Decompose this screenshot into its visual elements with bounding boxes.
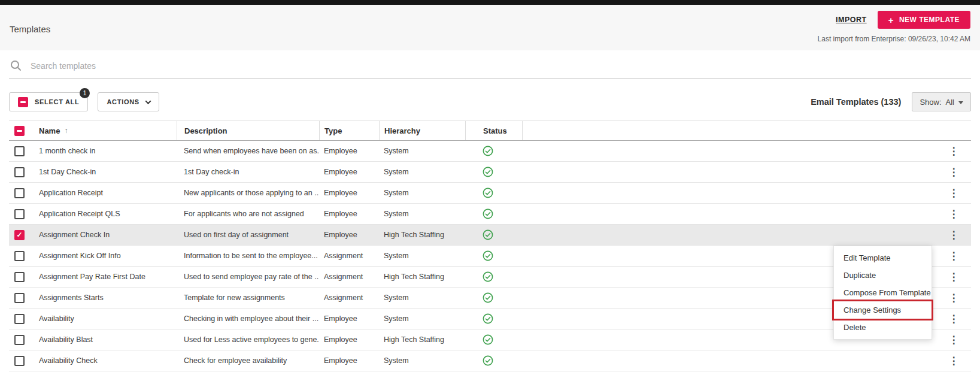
row-description: Check for employee availability: [177, 350, 319, 371]
menu-item-change-settings[interactable]: Change Settings: [834, 301, 932, 319]
column-header-description[interactable]: Description: [177, 121, 319, 140]
header-select-checkbox[interactable]: [14, 126, 25, 136]
import-link[interactable]: IMPORT: [836, 16, 867, 24]
toolbar: SELECT ALL 1 ACTIONS Email Templates (13…: [9, 92, 971, 111]
row-checkbox[interactable]: [14, 272, 25, 282]
row-menu-kebab-icon[interactable]: ⋮: [945, 291, 963, 306]
status-active-icon: [483, 208, 493, 219]
table-row[interactable]: 1st Day Check-in 1st Day check-in Employ…: [9, 162, 971, 183]
row-name: 1st Day Check-in: [34, 162, 177, 182]
row-type: Assignment: [319, 267, 379, 287]
column-header-status[interactable]: Status: [465, 121, 522, 140]
row-description: Information to be sent to the employee..…: [177, 246, 319, 266]
row-name: Availability Blast: [34, 329, 177, 350]
status-active-icon: [483, 146, 493, 156]
row-checkbox[interactable]: [14, 230, 25, 240]
row-type: Employee: [319, 162, 379, 182]
row-menu-kebab-icon[interactable]: ⋮: [945, 270, 963, 285]
row-name: Assignment Check In: [34, 225, 177, 245]
row-hierarchy: System: [379, 162, 465, 182]
row-name: Availability: [34, 309, 177, 329]
row-type: Employee: [319, 141, 379, 161]
row-checkbox[interactable]: [14, 251, 25, 261]
row-name: Assignment Pay Rate First Date: [34, 267, 177, 287]
row-hierarchy: System: [379, 246, 465, 266]
row-checkbox[interactable]: [14, 146, 25, 156]
show-filter-dropdown[interactable]: Show: All: [912, 92, 971, 111]
row-description: 1st Day check-in: [177, 162, 319, 182]
row-menu-kebab-icon[interactable]: ⋮: [945, 312, 963, 326]
row-checkbox[interactable]: [14, 356, 25, 366]
status-active-icon: [483, 187, 493, 198]
row-description: Used to send employee pay rate of the ..…: [177, 267, 319, 287]
table-row[interactable]: Assignment Pay Rate First Date Used to s…: [9, 267, 971, 288]
top-bar: [0, 0, 980, 5]
select-all-checkbox[interactable]: [18, 97, 28, 107]
new-template-label: NEW TEMPLATE: [899, 16, 960, 24]
row-type: Employee: [319, 350, 379, 371]
row-checkbox[interactable]: [14, 314, 25, 324]
row-checkbox[interactable]: [14, 167, 25, 177]
menu-item-delete[interactable]: Delete: [834, 319, 932, 336]
status-active-icon: [483, 167, 493, 177]
table-row[interactable]: Availability Check Check for employee av…: [9, 350, 971, 371]
row-hierarchy: System: [379, 288, 465, 308]
row-menu-kebab-icon[interactable]: ⋮: [945, 207, 963, 222]
row-type: Employee: [319, 183, 379, 203]
row-name: Application Receipt: [34, 183, 177, 203]
table-row[interactable]: Availability Blast Used for Less active …: [9, 329, 971, 350]
menu-item-compose-from-template[interactable]: Compose From Template: [834, 284, 932, 301]
table-header-row: Name ↑ Description Type Hierarchy Status: [9, 120, 971, 141]
page-title: Templates: [10, 24, 50, 34]
row-context-menu: Edit TemplateDuplicateCompose From Templ…: [833, 246, 932, 340]
select-all-button[interactable]: SELECT ALL 1: [9, 92, 88, 111]
menu-item-edit-template[interactable]: Edit Template: [834, 249, 932, 267]
row-type: Employee: [319, 329, 379, 350]
show-value: All: [946, 98, 954, 107]
column-header-name[interactable]: Name ↑: [34, 121, 177, 140]
row-menu-kebab-icon[interactable]: ⋮: [945, 249, 963, 264]
column-header-hierarchy[interactable]: Hierarchy: [379, 121, 465, 140]
table-row[interactable]: Assignments Starts Template for new assi…: [9, 288, 971, 309]
row-menu-kebab-icon[interactable]: ⋮: [945, 228, 963, 243]
row-description: For applicants who are not assigned: [177, 204, 319, 224]
menu-item-duplicate[interactable]: Duplicate: [834, 267, 932, 284]
table-row[interactable]: Application Receipt QLS For applicants w…: [9, 204, 971, 225]
table-row[interactable]: Availability Checking in with employee a…: [9, 309, 971, 329]
new-template-button[interactable]: + NEW TEMPLATE: [878, 11, 970, 29]
row-type: Assignment: [319, 288, 379, 308]
status-active-icon: [483, 313, 493, 324]
email-templates-count: Email Templates (133): [811, 97, 901, 107]
status-active-icon: [483, 355, 493, 366]
row-description: Template for new assignments: [177, 288, 319, 308]
table-row[interactable]: Application Receipt New applicants or th…: [9, 183, 971, 204]
row-checkbox[interactable]: [14, 335, 25, 345]
status-active-icon: [483, 271, 493, 282]
row-menu-kebab-icon[interactable]: ⋮: [945, 186, 963, 201]
table-row[interactable]: 1 month check in Send when employees hav…: [9, 141, 971, 162]
table-row[interactable]: Assignment Check In Used on first day of…: [9, 225, 971, 246]
templates-table: Name ↑ Description Type Hierarchy Status…: [9, 120, 971, 371]
status-active-icon: [483, 292, 493, 303]
row-description: Used on first day of assignment: [177, 225, 319, 245]
select-all-label: SELECT ALL: [35, 98, 79, 105]
row-name: Assignments Starts: [34, 288, 177, 308]
row-menu-kebab-icon[interactable]: ⋮: [945, 332, 963, 347]
row-checkbox[interactable]: [14, 293, 25, 303]
column-header-type[interactable]: Type: [319, 121, 379, 140]
table-row[interactable]: Assignment Kick Off Info Information to …: [9, 246, 971, 267]
row-menu-kebab-icon[interactable]: ⋮: [945, 353, 963, 368]
row-hierarchy: System: [379, 309, 465, 329]
row-menu-kebab-icon[interactable]: ⋮: [945, 144, 963, 159]
status-active-icon: [483, 250, 493, 261]
row-menu-kebab-icon[interactable]: ⋮: [945, 165, 963, 180]
actions-button[interactable]: ACTIONS: [98, 92, 159, 111]
search-bar: [9, 53, 971, 79]
row-description: New applicants or those applying to an .…: [177, 183, 319, 203]
search-input[interactable]: [31, 61, 330, 71]
row-checkbox[interactable]: [14, 209, 25, 219]
row-description: Send when employees have been on as...: [177, 141, 319, 161]
row-checkbox[interactable]: [14, 188, 25, 198]
selection-count-badge: 1: [80, 88, 90, 98]
table-body: 1 month check in Send when employees hav…: [9, 141, 971, 371]
